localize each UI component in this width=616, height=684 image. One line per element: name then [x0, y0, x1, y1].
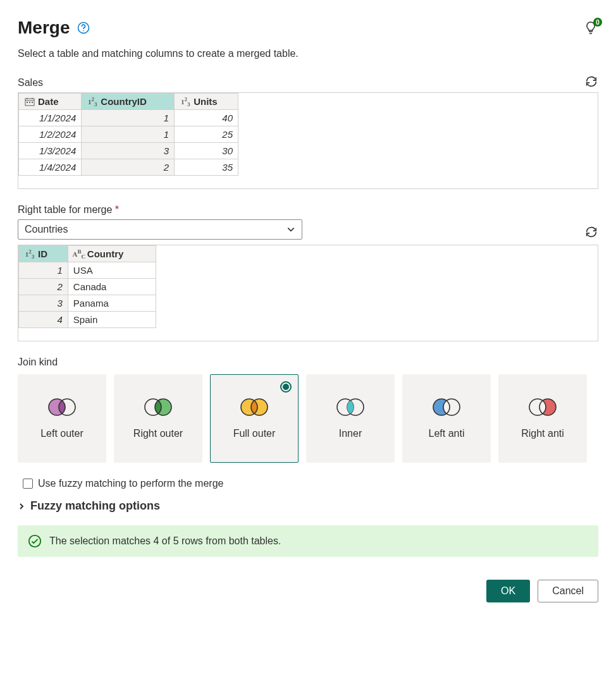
table-cell: 1/3/2024	[19, 143, 82, 159]
join-option-right-outer[interactable]: Right outer	[114, 374, 202, 463]
table-cell: 40	[175, 110, 238, 126]
venn-diagram-icon	[46, 397, 78, 420]
join-option-inner[interactable]: Inner	[306, 374, 395, 463]
table-cell: 30	[175, 143, 238, 159]
join-option-left-anti[interactable]: Left anti	[402, 374, 491, 463]
table-cell: Spain	[68, 312, 156, 328]
datatype-icon: 123	[24, 250, 35, 259]
right-table-select-value: Countries	[25, 224, 68, 235]
refresh-icon	[584, 225, 598, 239]
datatype-icon: 123	[180, 97, 191, 106]
table-cell: Panama	[68, 295, 156, 312]
left-table-preview[interactable]: Date123CountryID123Units 1/1/20241401/2/…	[18, 92, 598, 189]
join-option-label: Right outer	[133, 427, 183, 439]
chevron-down-icon	[286, 225, 295, 234]
table-cell: 2	[82, 159, 175, 176]
tips-button[interactable]: 0	[583, 20, 598, 35]
table-cell: 2	[19, 279, 68, 295]
table-row[interactable]: 1/2/2024125	[19, 126, 238, 143]
join-option-label: Left anti	[429, 427, 465, 439]
table-cell: 25	[175, 126, 238, 143]
column-header[interactable]: Date	[19, 94, 82, 110]
cancel-button[interactable]: Cancel	[538, 580, 598, 602]
fuzzy-matching-label: Use fuzzy matching to perform the merge	[38, 478, 223, 489]
table-cell: 35	[175, 159, 238, 176]
join-kind-label: Join kind	[18, 357, 598, 368]
datatype-icon: ABC	[73, 250, 85, 259]
left-table-name: Sales	[18, 77, 43, 89]
table-cell: 3	[82, 143, 175, 159]
fuzzy-options-toggle[interactable]: Fuzzy matching options	[18, 499, 598, 513]
join-option-label: Inner	[339, 427, 362, 439]
join-option-label: Full outer	[233, 427, 276, 439]
svg-rect-8	[32, 102, 33, 103]
join-option-right-anti[interactable]: Right anti	[498, 374, 587, 463]
selected-indicator-icon	[280, 381, 292, 393]
table-row[interactable]: 4Spain	[19, 312, 156, 328]
table-cell: 1	[82, 110, 175, 126]
refresh-left-button[interactable]	[584, 75, 598, 89]
venn-diagram-icon	[142, 397, 175, 420]
table-cell: 3	[19, 295, 68, 312]
table-row[interactable]: 1/4/2024235	[19, 159, 238, 176]
check-circle-icon	[28, 534, 42, 548]
venn-diagram-icon	[430, 397, 463, 420]
table-row[interactable]: 2Canada	[19, 279, 156, 295]
join-option-full-outer[interactable]: Full outer	[210, 374, 299, 463]
refresh-icon	[584, 75, 598, 89]
help-icon[interactable]	[77, 21, 90, 34]
table-row[interactable]: 3Panama	[19, 295, 156, 312]
table-cell: 1	[82, 126, 175, 143]
dialog-subtitle: Select a table and matching columns to c…	[18, 48, 598, 59]
chevron-right-icon	[18, 503, 25, 510]
ok-button[interactable]: OK	[486, 580, 530, 602]
datatype-icon	[24, 97, 35, 106]
datatype-icon: 123	[87, 97, 98, 106]
svg-rect-7	[29, 102, 30, 103]
svg-rect-6	[27, 102, 28, 103]
join-option-label: Right anti	[521, 427, 564, 439]
column-header[interactable]: ABCCountry	[68, 246, 156, 262]
right-table-label: Right table for merge *	[18, 204, 598, 216]
svg-point-31	[29, 535, 40, 547]
table-cell: 1/1/2024	[19, 110, 82, 126]
join-option-label: Left outer	[40, 427, 83, 439]
column-header[interactable]: 123ID	[19, 246, 68, 262]
tips-badge: 0	[593, 18, 602, 27]
table-cell: Canada	[68, 279, 156, 295]
table-row[interactable]: 1/3/2024330	[19, 143, 238, 159]
right-table-preview[interactable]: 123IDABCCountry 1USA2Canada3Panama4Spain	[18, 245, 598, 341]
status-banner: The selection matches 4 of 5 rows from b…	[18, 525, 598, 557]
svg-point-1	[83, 30, 85, 32]
venn-diagram-icon	[238, 397, 271, 420]
column-header[interactable]: 123CountryID	[82, 94, 175, 110]
status-message: The selection matches 4 of 5 rows from b…	[49, 535, 281, 547]
table-row[interactable]: 1/1/2024140	[19, 110, 238, 126]
fuzzy-matching-checkbox[interactable]	[23, 479, 33, 489]
table-row[interactable]: 1USA	[19, 262, 156, 279]
table-cell: 1/4/2024	[19, 159, 82, 176]
column-header[interactable]: 123Units	[175, 94, 238, 110]
venn-diagram-icon	[526, 397, 559, 420]
dialog-title: Merge	[18, 18, 70, 38]
table-cell: 1/2/2024	[19, 126, 82, 143]
right-table-select[interactable]: Countries	[18, 219, 302, 240]
join-option-left-outer[interactable]: Left outer	[18, 374, 106, 463]
refresh-right-button[interactable]	[584, 225, 598, 239]
table-cell: USA	[68, 262, 156, 279]
table-cell: 4	[19, 312, 68, 328]
table-cell: 1	[19, 262, 68, 279]
venn-diagram-icon	[334, 397, 367, 420]
